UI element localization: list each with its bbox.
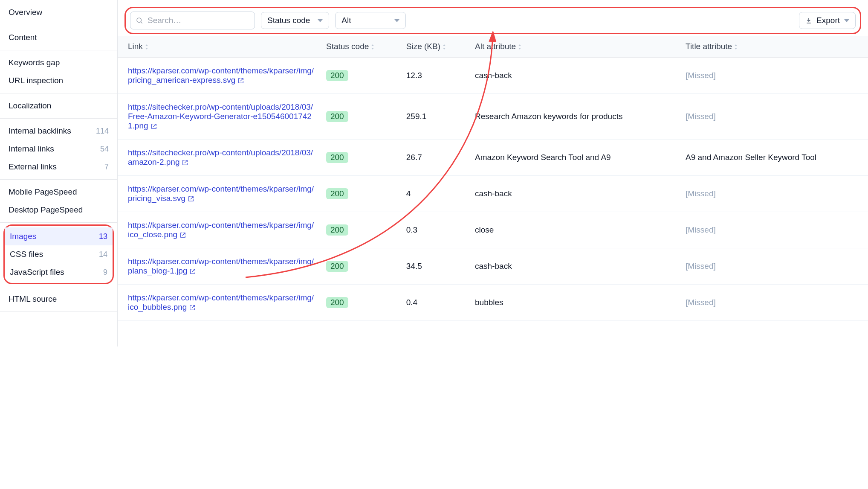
cell-alt: Research Amazon keywords for products [469, 94, 680, 140]
image-link[interactable]: https://kparser.com/wp-content/themes/kp… [128, 221, 314, 239]
results-tbody: https://kparser.com/wp-content/themes/kp… [118, 58, 868, 321]
sidebar-item-label: Internal backlinks [9, 126, 71, 136]
external-link-icon [190, 268, 196, 274]
cell-title: [Missed] [680, 248, 868, 285]
results-table-wrap: Link Status code Size (KB) Alt attribute… [118, 36, 868, 346]
table-row: https://kparser.com/wp-content/themes/kp… [118, 248, 868, 285]
sidebar-item-count: 54 [100, 145, 109, 154]
sidebar-item-localization[interactable]: Localization [0, 97, 117, 115]
col-link[interactable]: Link [118, 36, 320, 58]
toolbar-highlight: Status code Alt Export [124, 7, 861, 34]
svg-point-0 [137, 18, 142, 23]
image-link[interactable]: https://kparser.com/wp-content/themes/kp… [128, 184, 314, 203]
chevron-down-icon [394, 19, 399, 22]
status-badge: 200 [326, 188, 348, 199]
cell-size: 34.5 [400, 248, 469, 285]
status-code-filter[interactable]: Status code [261, 12, 329, 29]
col-title[interactable]: Title attribute [680, 36, 868, 58]
cell-alt: cash-back [469, 248, 680, 285]
sidebar-item-keywords-gap[interactable]: Keywords gap [0, 54, 117, 72]
sidebar-item-label: URL inspection [9, 76, 63, 85]
sidebar-item-count: 114 [96, 127, 109, 136]
status-badge: 200 [326, 111, 348, 122]
sidebar-item-desktop-pagespeed[interactable]: Desktop PageSpeed [0, 201, 117, 219]
alt-filter[interactable]: Alt [335, 12, 406, 29]
cell-size: 26.7 [400, 140, 469, 176]
sidebar-item-mobile-pagespeed[interactable]: Mobile PageSpeed [0, 183, 117, 201]
sidebar-item-html-source[interactable]: HTML source [0, 290, 117, 308]
search-input[interactable] [147, 15, 249, 26]
chevron-down-icon [318, 19, 323, 22]
image-link[interactable]: https://kparser.com/wp-content/themes/kp… [128, 66, 314, 84]
cell-link: https://kparser.com/wp-content/themes/kp… [118, 212, 320, 248]
status-badge: 200 [326, 152, 348, 163]
cell-status: 200 [320, 140, 400, 176]
sidebar-item-url-inspection[interactable]: URL inspection [0, 72, 117, 90]
sort-icon [145, 44, 149, 49]
cell-title: A9 and Amazon Seller Keyword Tool [680, 140, 868, 176]
sidebar-item-images[interactable]: Images13 [5, 227, 113, 245]
cell-alt: Amazon Keyword Search Tool and A9 [469, 140, 680, 176]
download-icon [805, 17, 812, 24]
sidebar-item-css-files[interactable]: CSS files14 [5, 245, 113, 263]
cell-status: 200 [320, 94, 400, 140]
cell-size: 12.3 [400, 58, 469, 94]
sidebar-item-javascript-files[interactable]: JavaScript files9 [5, 263, 113, 281]
cell-alt: cash-back [469, 176, 680, 212]
sidebar-item-internal-links[interactable]: Internal links54 [0, 140, 117, 158]
table-row: https://sitechecker.pro/wp-content/uploa… [118, 140, 868, 176]
cell-status: 200 [320, 285, 400, 321]
sidebar-item-label: Localization [9, 101, 51, 111]
table-row: https://kparser.com/wp-content/themes/kp… [118, 58, 868, 94]
sidebar-item-overview[interactable]: Overview [0, 3, 117, 21]
sidebar-item-label: Overview [9, 8, 42, 17]
sidebar-item-label: CSS files [10, 250, 43, 259]
cell-size: 4 [400, 176, 469, 212]
external-link-icon [189, 305, 195, 311]
cell-alt: close [469, 212, 680, 248]
sidebar-item-content[interactable]: Content [0, 29, 117, 47]
cell-alt: bubbles [469, 285, 680, 321]
status-badge: 200 [326, 297, 348, 308]
status-code-filter-label: Status code [267, 16, 310, 25]
cell-alt: cash-back [469, 58, 680, 94]
cell-status: 200 [320, 248, 400, 285]
export-button[interactable]: Export [799, 12, 856, 29]
table-row: https://sitechecker.pro/wp-content/uploa… [118, 94, 868, 140]
col-alt[interactable]: Alt attribute [469, 36, 680, 58]
sidebar-item-internal-backlinks[interactable]: Internal backlinks114 [0, 122, 117, 140]
sidebar-item-label: Images [10, 232, 36, 241]
sidebar: OverviewContentKeywords gapURL inspectio… [0, 0, 118, 346]
status-badge: 200 [326, 70, 348, 81]
image-link[interactable]: https://kparser.com/wp-content/themes/kp… [128, 293, 314, 311]
sidebar-item-count: 9 [103, 268, 107, 277]
image-link[interactable]: https://sitechecker.pro/wp-content/uploa… [128, 148, 313, 166]
table-row: https://kparser.com/wp-content/themes/kp… [118, 212, 868, 248]
cell-status: 200 [320, 176, 400, 212]
external-link-icon [188, 196, 194, 202]
sidebar-item-count: 14 [99, 250, 107, 259]
image-link[interactable]: https://sitechecker.pro/wp-content/uploa… [128, 102, 313, 130]
main-panel: Status code Alt Export Link Status code … [118, 0, 868, 346]
table-row: https://kparser.com/wp-content/themes/kp… [118, 285, 868, 321]
results-table: Link Status code Size (KB) Alt attribute… [118, 36, 868, 321]
sidebar-item-count: 7 [104, 163, 109, 172]
cell-link: https://kparser.com/wp-content/themes/kp… [118, 285, 320, 321]
search-icon [136, 17, 143, 24]
cell-link: https://kparser.com/wp-content/themes/kp… [118, 176, 320, 212]
external-link-icon [151, 123, 157, 129]
col-status[interactable]: Status code [320, 36, 400, 58]
external-link-icon [180, 232, 186, 238]
cell-link: https://kparser.com/wp-content/themes/kp… [118, 58, 320, 94]
sidebar-item-external-links[interactable]: External links7 [0, 158, 117, 176]
cell-title: [Missed] [680, 212, 868, 248]
cell-size: 259.1 [400, 94, 469, 140]
cell-link: https://sitechecker.pro/wp-content/uploa… [118, 94, 320, 140]
cell-title: [Missed] [680, 285, 868, 321]
sort-icon [734, 44, 738, 49]
cell-status: 200 [320, 212, 400, 248]
image-link[interactable]: https://kparser.com/wp-content/themes/kp… [128, 257, 314, 275]
alt-filter-label: Alt [341, 16, 351, 25]
col-size[interactable]: Size (KB) [400, 36, 469, 58]
search-input-wrap[interactable] [130, 12, 255, 29]
